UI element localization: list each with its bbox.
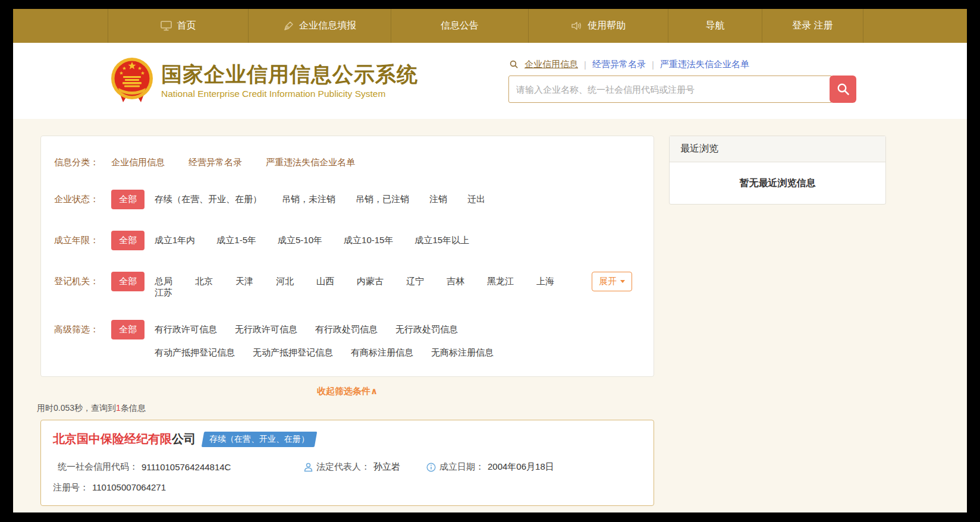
recent-views-panel: 最近浏览 暂无最近浏览信息	[669, 136, 886, 205]
page: 首页 企业信息填报 信息公告 使用帮助 导航 登录 注册	[13, 9, 967, 512]
credit-code-group: 统一社会信用代码： 91110105764244814C	[58, 461, 304, 473]
pen-icon	[283, 21, 294, 32]
search-category-links: 企业信用信息 | 经营异常名录 | 严重违法失信企业名单	[508, 59, 856, 70]
company-name-link[interactable]: 北京国中保险经纪有限公司	[53, 431, 196, 447]
filter-options: 有行政许可信息 无行政许可信息 有行政处罚信息 无行政处罚信息 有动产抵押登记信…	[155, 320, 494, 359]
site-title-block: 国家企业信用信息公示系统 National Enterprise Credit …	[161, 62, 418, 99]
search-link-illegal-list[interactable]: 严重违法失信企业名单	[660, 59, 749, 70]
filter-option[interactable]: 有动产抵押登记信息	[155, 347, 235, 359]
filter-panel: 信息分类： 企业信用信息 经营异常名录 严重违法失信企业名单 企业状态： 全部 …	[40, 136, 654, 377]
company-detail-row: 统一社会信用代码： 91110105764244814C 法定代表人： 孙立岩 …	[53, 461, 642, 473]
filter-all-button[interactable]: 全部	[111, 190, 145, 209]
nav-item-label: 首页	[177, 20, 196, 32]
nav-item-enterprise-filing[interactable]: 企业信息填报	[249, 9, 391, 43]
filter-option[interactable]: 无动产抵押登记信息	[253, 347, 333, 359]
monitor-icon	[161, 21, 172, 31]
person-icon	[304, 463, 313, 472]
nav-item-label: 信息公告	[441, 20, 479, 32]
separator: |	[652, 59, 654, 70]
filter-option[interactable]: 北京	[195, 276, 213, 287]
filter-option[interactable]: 存续（在营、开业、在册）	[155, 194, 262, 205]
filter-option[interactable]: 有行政许可信息	[155, 324, 217, 335]
nav-spacer	[13, 9, 108, 43]
chevron-down-icon	[620, 280, 625, 283]
filter-all-button[interactable]: 全部	[111, 231, 145, 250]
nav-item-help[interactable]: 使用帮助	[529, 9, 668, 43]
separator: |	[584, 59, 586, 70]
filter-option[interactable]: 天津	[235, 276, 253, 287]
filter-option[interactable]: 严重违法失信企业名单	[266, 157, 355, 168]
nav-item-announcements[interactable]: 信息公告	[391, 9, 529, 43]
recent-views-title: 最近浏览	[670, 136, 885, 162]
filter-option[interactable]: 有行政处罚信息	[315, 324, 378, 335]
search-row	[508, 76, 856, 103]
search-link-abnormal-list[interactable]: 经营异常名录	[592, 59, 646, 70]
filter-option[interactable]: 经营异常名录	[189, 157, 242, 168]
filter-label: 高级筛选：	[54, 320, 111, 335]
top-nav: 首页 企业信息填报 信息公告 使用帮助 导航 登录 注册	[13, 9, 967, 43]
filter-options: 总局 北京 天津 河北 山西 内蒙古 辽宁 吉林 黑龙江 上海 江苏	[155, 272, 592, 298]
filter-row-advanced: 高级筛选： 全部 有行政许可信息 无行政许可信息 有行政处罚信息 无行政处罚信息…	[54, 320, 642, 359]
filter-option[interactable]: 成立5-10年	[278, 235, 322, 246]
nav-item-home[interactable]: 首页	[108, 9, 249, 43]
filter-option[interactable]: 内蒙古	[357, 276, 384, 287]
search-input[interactable]	[508, 76, 831, 103]
nav-item-login-register[interactable]: 登录 注册	[762, 9, 863, 43]
filter-option[interactable]: 河北	[276, 276, 294, 287]
filter-option[interactable]: 无行政许可信息	[235, 324, 297, 335]
filter-option[interactable]: 无商标注册信息	[431, 347, 494, 359]
nav-item-label: 企业信息填报	[299, 20, 356, 32]
national-emblem-logo	[110, 57, 154, 105]
logo-group: 国家企业信用信息公示系统 National Enterprise Credit …	[110, 57, 418, 105]
info-icon	[426, 463, 436, 472]
search-link-credit-info[interactable]: 企业信用信息	[524, 59, 578, 70]
filter-option[interactable]: 吊销，已注销	[356, 194, 409, 205]
company-name-row: 北京国中保险经纪有限公司 存续（在营、开业、在册）	[53, 431, 642, 447]
left-column: 信息分类： 企业信用信息 经营异常名录 严重违法失信企业名单 企业状态： 全部 …	[40, 119, 654, 506]
filter-option[interactable]: 成立10-15年	[344, 235, 393, 246]
filter-row-years-established: 成立年限： 全部 成立1年内 成立1-5年 成立5-10年 成立10-15年 成…	[54, 231, 642, 250]
filter-option[interactable]: 山西	[316, 276, 334, 287]
filter-option[interactable]: 成立1-5年	[216, 235, 256, 246]
filter-options: 成立1年内 成立1-5年 成立5-10年 成立10-15年 成立15年以上	[155, 231, 469, 246]
filter-option[interactable]: 黑龙江	[487, 276, 514, 287]
app-window: 首页 企业信息填报 信息公告 使用帮助 导航 登录 注册	[0, 0, 980, 522]
expand-label: 展开	[599, 276, 617, 287]
main-content: 信息分类： 企业信用信息 经营异常名录 严重违法失信企业名单 企业状态： 全部 …	[13, 119, 967, 512]
collapse-filters-link[interactable]: 收起筛选条件∧	[40, 386, 654, 397]
nav-item-label: 导航	[706, 20, 725, 32]
filter-option[interactable]: 上海	[536, 276, 554, 287]
filter-option[interactable]: 江苏	[155, 287, 172, 298]
filter-option[interactable]: 总局	[155, 276, 172, 287]
filter-label: 成立年限：	[54, 231, 111, 246]
filter-option[interactable]: 企业信用信息	[111, 157, 165, 168]
site-title: 国家企业信用信息公示系统	[161, 62, 418, 86]
filter-option[interactable]: 成立1年内	[155, 235, 195, 246]
filter-option[interactable]: 注销	[429, 194, 447, 205]
site-header: 国家企业信用信息公示系统 National Enterprise Credit …	[13, 43, 967, 119]
site-subtitle: National Enterprise Credit Information P…	[161, 89, 418, 99]
speaker-icon	[571, 21, 582, 31]
nav-item-navigation[interactable]: 导航	[668, 9, 762, 43]
nav-rest	[863, 9, 967, 43]
status-badge: 存续（在营、开业、在册）	[202, 432, 318, 447]
establish-date-value: 2004年06月18日	[488, 461, 554, 473]
filter-all-button[interactable]: 全部	[111, 272, 145, 291]
filter-option[interactable]: 成立15年以上	[414, 235, 469, 246]
search-group: 企业信用信息 | 经营异常名录 | 严重违法失信企业名单	[508, 59, 856, 103]
filter-option[interactable]: 辽宁	[406, 276, 424, 287]
filter-row-enterprise-status: 企业状态： 全部 存续（在营、开业、在册） 吊销，未注销 吊销，已注销 注销 迁…	[54, 190, 642, 209]
search-icon	[836, 82, 850, 96]
filter-all-button[interactable]: 全部	[111, 320, 145, 339]
filter-option[interactable]: 无行政处罚信息	[395, 324, 458, 335]
registration-number-value: 110105007064271	[92, 482, 166, 493]
filter-option[interactable]: 迁出	[467, 194, 485, 205]
search-button[interactable]	[830, 76, 856, 103]
nav-item-label: 使用帮助	[588, 20, 626, 32]
result-count: 1	[116, 403, 121, 413]
filter-option[interactable]: 有商标注册信息	[351, 347, 413, 359]
recent-views-empty-text: 暂无最近浏览信息	[670, 162, 885, 204]
filter-option[interactable]: 吊销，未注销	[282, 194, 335, 205]
filter-option[interactable]: 吉林	[447, 276, 464, 287]
expand-button[interactable]: 展开	[592, 272, 632, 291]
